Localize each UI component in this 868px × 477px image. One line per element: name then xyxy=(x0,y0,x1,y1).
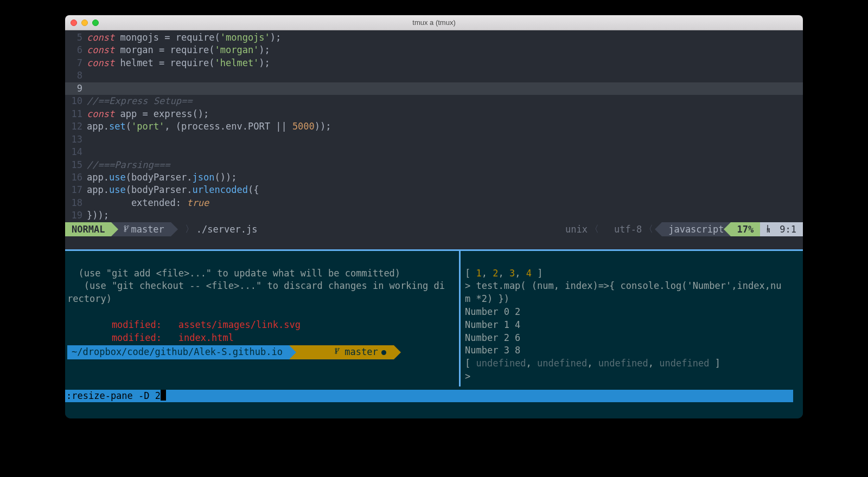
vim-filetype: javascript xyxy=(662,222,730,236)
code-content[interactable] xyxy=(87,82,803,95)
line-number: 16 xyxy=(65,171,87,184)
code-line[interactable]: 15//===Parsing=== xyxy=(65,159,803,171)
code-content[interactable]: //===Parsing=== xyxy=(87,159,803,171)
line-number: 14 xyxy=(65,146,87,158)
code-line[interactable]: 14 xyxy=(65,146,803,158)
prompt-path-text: ~/dropbox/code/github/Alek-S.github.io xyxy=(72,346,283,359)
window-title: tmux a (tmux) xyxy=(65,18,803,27)
tmux-command-input[interactable]: :resize-pane -D 2 xyxy=(65,390,793,402)
separator-icon: 〈 xyxy=(588,223,601,235)
code-line[interactable]: 11const app = express(); xyxy=(65,108,803,120)
vim-position-seg: LN 9:1 xyxy=(760,222,803,236)
git-hint-line: rectory) xyxy=(67,293,112,304)
line-number: 13 xyxy=(65,133,87,146)
code-line[interactable]: 10//==Express Setup== xyxy=(65,95,803,107)
code-line[interactable]: 18 extended: true xyxy=(65,197,803,209)
repl-input-line: m *2) }) xyxy=(465,293,509,304)
code-content[interactable] xyxy=(87,69,803,82)
repl-output: Number 2 6 xyxy=(465,332,520,343)
code-line[interactable]: 9 xyxy=(65,82,803,95)
repl-output: Number 0 2 xyxy=(465,306,520,317)
vim-encoding: utf-8 〈 xyxy=(608,222,662,236)
code-content[interactable]: const app = express(); xyxy=(87,108,803,120)
tmux-command-text: :resize-pane -D 2 xyxy=(66,390,161,401)
branch-icon xyxy=(123,224,131,235)
vim-file-arrow xyxy=(264,222,268,236)
prompt-path: ~/dropbox/code/github/Alek-S.github.io xyxy=(67,345,289,359)
vim-fileformat-text: unix xyxy=(565,224,588,235)
terminal-padding xyxy=(65,404,803,418)
line-number: 10 xyxy=(65,95,87,107)
code-content[interactable]: app.set('port', (process.env.PORT || 500… xyxy=(87,120,803,133)
line-number: 8 xyxy=(65,69,87,82)
repl-input-line: > test.map( (num, index)=>{ console.log(… xyxy=(465,280,781,291)
code-content[interactable]: app.use(bodyParser.json()); xyxy=(87,171,803,184)
line-number: 5 xyxy=(65,31,87,44)
code-line[interactable]: 12app.set('port', (process.env.PORT || 5… xyxy=(65,120,803,133)
vim-cmdline[interactable] xyxy=(65,236,803,249)
shell-prompt[interactable]: ~/dropbox/code/github/Alek-S.github.io m… xyxy=(67,345,459,359)
dirty-indicator-icon xyxy=(381,350,386,355)
code-content[interactable]: //==Express Setup== xyxy=(87,95,803,107)
git-status-pane[interactable]: (use "git add <file>..." to update what … xyxy=(65,251,459,386)
tmux-command-area[interactable]: :resize-pane -D 2 xyxy=(65,386,803,404)
line-number: 18 xyxy=(65,197,87,209)
cursor-icon xyxy=(161,390,166,401)
terminal-body[interactable]: 5const mongojs = require('mongojs');6con… xyxy=(65,30,803,249)
node-repl-pane[interactable]: [ 1, 2, 3, 4 ] > test.map( (num, index)=… xyxy=(459,251,803,386)
editor-pane[interactable]: 5const mongojs = require('mongojs');6con… xyxy=(65,30,803,222)
code-line[interactable]: 19})); xyxy=(65,209,803,222)
prompt-branch-text: master xyxy=(344,346,378,359)
vim-encoding-text: utf-8 xyxy=(614,224,642,235)
line-number: 11 xyxy=(65,108,87,120)
code-content[interactable]: extended: true xyxy=(87,197,803,209)
git-modified-line: modified: assets/images/link.svg xyxy=(67,319,301,330)
line-number: 7 xyxy=(65,57,87,69)
line-number: 12 xyxy=(65,120,87,133)
line-number-icon: LN xyxy=(767,226,769,232)
code-content[interactable]: app.use(bodyParser.urlencoded({ xyxy=(87,184,803,196)
separator-icon: 〉 xyxy=(183,223,196,235)
vim-mode: NORMAL xyxy=(65,222,111,236)
code-line[interactable]: 17app.use(bodyParser.urlencoded({ xyxy=(65,184,803,196)
code-line[interactable]: 16app.use(bodyParser.json()); xyxy=(65,171,803,184)
line-number: 6 xyxy=(65,44,87,56)
line-number: 9 xyxy=(65,82,87,95)
git-modified-line: modified: index.html xyxy=(67,332,234,343)
vim-branch-name: master xyxy=(131,224,164,235)
bottom-panes: (use "git add <file>..." to update what … xyxy=(65,251,803,386)
repl-output: [ 1, 2, 3, 4 ] xyxy=(465,268,542,279)
vim-fileformat: unix 〈 xyxy=(559,222,608,236)
code-content[interactable]: const morgan = require('morgan'); xyxy=(87,44,803,56)
repl-output: [ undefined, undefined, undefined, undef… xyxy=(465,358,720,369)
code-line[interactable]: 5const mongojs = require('mongojs'); xyxy=(65,31,803,44)
code-content[interactable] xyxy=(87,133,803,146)
code-content[interactable]: const helmet = require('helmet'); xyxy=(87,57,803,69)
git-hint-line: (use "git checkout -- <file>..." to disc… xyxy=(67,280,445,291)
vim-percent: 17% xyxy=(731,222,761,236)
vim-filename-text: ./server.js xyxy=(196,224,258,235)
code-line[interactable]: 6const morgan = require('morgan'); xyxy=(65,44,803,56)
airline-spacer xyxy=(268,222,559,236)
git-hint-line: (use "git add <file>..." to update what … xyxy=(67,268,400,279)
line-number: 19 xyxy=(65,209,87,222)
code-line[interactable]: 8 xyxy=(65,69,803,82)
prompt-branch: master xyxy=(289,345,394,359)
vim-statusline: NORMAL master 〉 ./server.js unix 〈 utf-8… xyxy=(65,222,803,236)
repl-output: Number 3 8 xyxy=(465,345,520,356)
repl-prompt[interactable]: > xyxy=(465,371,470,382)
vim-position-text: 9:1 xyxy=(780,224,796,235)
code-line[interactable]: 7const helmet = require('helmet'); xyxy=(65,57,803,69)
code-content[interactable]: })); xyxy=(87,209,803,222)
line-number: 17 xyxy=(65,184,87,196)
repl-output: Number 1 4 xyxy=(465,319,520,330)
code-content[interactable] xyxy=(87,146,803,158)
titlebar: tmux a (tmux) xyxy=(65,15,803,30)
vim-filename: 〉 ./server.js xyxy=(171,222,264,236)
terminal-window: tmux a (tmux) 5const mongojs = require('… xyxy=(65,15,803,418)
branch-icon xyxy=(301,333,341,372)
vim-branch-seg: master xyxy=(111,222,170,236)
separator-icon: 〈 xyxy=(642,223,655,235)
code-content[interactable]: const mongojs = require('mongojs'); xyxy=(87,31,803,44)
code-line[interactable]: 13 xyxy=(65,133,803,146)
